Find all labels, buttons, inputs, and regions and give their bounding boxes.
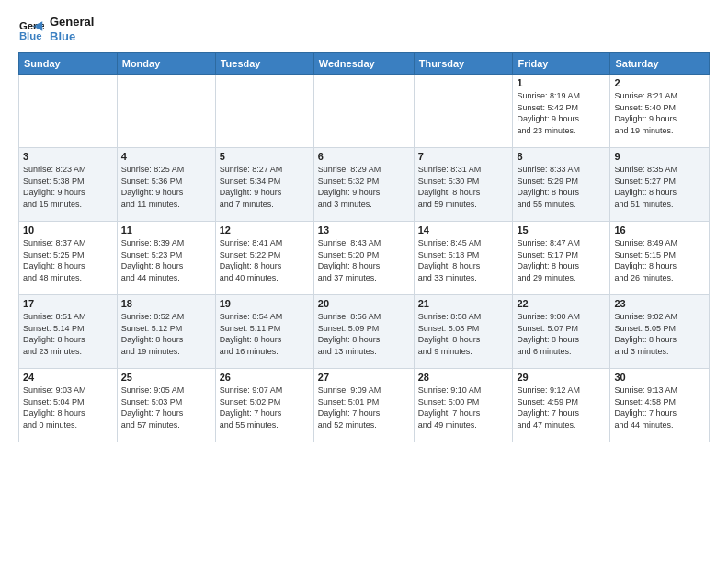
day-number: 11 [121, 224, 211, 236]
page-header: General Blue General Blue [18, 15, 710, 43]
weekday-header-friday: Friday [513, 53, 610, 75]
day-info: Sunrise: 8:56 AM Sunset: 5:09 PM Dayligh… [318, 311, 410, 357]
calendar-week-1: 1Sunrise: 8:19 AM Sunset: 5:42 PM Daylig… [19, 75, 710, 148]
logo-text-blue: Blue [50, 29, 94, 44]
weekday-header-monday: Monday [117, 53, 215, 75]
day-info: Sunrise: 8:19 AM Sunset: 5:42 PM Dayligh… [517, 90, 606, 136]
weekday-header-wednesday: Wednesday [313, 53, 414, 75]
calendar-cell: 23Sunrise: 9:02 AM Sunset: 5:05 PM Dayli… [610, 295, 710, 369]
calendar-cell: 12Sunrise: 8:41 AM Sunset: 5:22 PM Dayli… [215, 222, 313, 295]
calendar-cell: 5Sunrise: 8:27 AM Sunset: 5:34 PM Daylig… [215, 148, 313, 222]
day-number: 18 [121, 298, 211, 309]
day-info: Sunrise: 8:29 AM Sunset: 5:32 PM Dayligh… [318, 164, 410, 210]
day-number: 6 [318, 151, 410, 162]
calendar-cell: 22Sunrise: 9:00 AM Sunset: 5:07 PM Dayli… [513, 295, 610, 369]
day-number: 29 [517, 372, 606, 383]
day-info: Sunrise: 8:21 AM Sunset: 5:40 PM Dayligh… [614, 90, 705, 136]
calendar-cell: 17Sunrise: 8:51 AM Sunset: 5:14 PM Dayli… [19, 295, 118, 369]
day-info: Sunrise: 9:10 AM Sunset: 5:00 PM Dayligh… [418, 385, 509, 431]
calendar-cell: 21Sunrise: 8:58 AM Sunset: 5:08 PM Dayli… [414, 295, 513, 369]
day-info: Sunrise: 8:43 AM Sunset: 5:20 PM Dayligh… [318, 237, 410, 283]
calendar-cell: 3Sunrise: 8:23 AM Sunset: 5:38 PM Daylig… [19, 148, 118, 222]
day-number: 9 [614, 151, 705, 162]
calendar-cell: 20Sunrise: 8:56 AM Sunset: 5:09 PM Dayli… [313, 295, 414, 369]
day-number: 14 [418, 224, 509, 236]
day-info: Sunrise: 8:31 AM Sunset: 5:30 PM Dayligh… [418, 164, 509, 210]
day-number: 3 [23, 151, 113, 162]
calendar-cell: 9Sunrise: 8:35 AM Sunset: 5:27 PM Daylig… [610, 148, 710, 222]
day-number: 1 [517, 77, 606, 88]
day-info: Sunrise: 8:54 AM Sunset: 5:11 PM Dayligh… [220, 311, 310, 357]
day-info: Sunrise: 9:09 AM Sunset: 5:01 PM Dayligh… [318, 385, 410, 431]
day-number: 30 [614, 372, 705, 383]
day-number: 21 [418, 298, 509, 309]
day-number: 27 [318, 372, 410, 383]
day-info: Sunrise: 8:41 AM Sunset: 5:22 PM Dayligh… [220, 237, 310, 283]
calendar-cell [117, 75, 215, 148]
day-number: 26 [220, 372, 310, 383]
calendar-week-2: 3Sunrise: 8:23 AM Sunset: 5:38 PM Daylig… [19, 148, 710, 222]
day-info: Sunrise: 8:52 AM Sunset: 5:12 PM Dayligh… [121, 311, 211, 357]
day-info: Sunrise: 8:49 AM Sunset: 5:15 PM Dayligh… [614, 237, 705, 283]
calendar-cell: 1Sunrise: 8:19 AM Sunset: 5:42 PM Daylig… [513, 75, 610, 148]
calendar-week-4: 17Sunrise: 8:51 AM Sunset: 5:14 PM Dayli… [19, 295, 710, 369]
calendar-cell: 7Sunrise: 8:31 AM Sunset: 5:30 PM Daylig… [414, 148, 513, 222]
day-number: 28 [418, 372, 509, 383]
day-info: Sunrise: 8:35 AM Sunset: 5:27 PM Dayligh… [614, 164, 705, 210]
day-info: Sunrise: 8:45 AM Sunset: 5:18 PM Dayligh… [418, 237, 509, 283]
day-number: 25 [121, 372, 211, 383]
day-info: Sunrise: 9:13 AM Sunset: 4:58 PM Dayligh… [614, 385, 705, 431]
weekday-header-sunday: Sunday [19, 53, 118, 75]
weekday-header-saturday: Saturday [610, 53, 710, 75]
calendar-cell: 25Sunrise: 9:05 AM Sunset: 5:03 PM Dayli… [117, 369, 215, 442]
day-number: 5 [220, 151, 310, 162]
day-info: Sunrise: 9:02 AM Sunset: 5:05 PM Dayligh… [614, 311, 705, 357]
day-number: 22 [517, 298, 606, 309]
calendar-cell: 11Sunrise: 8:39 AM Sunset: 5:23 PM Dayli… [117, 222, 215, 295]
logo: General Blue General Blue [18, 15, 94, 43]
day-number: 2 [614, 77, 705, 88]
calendar-cell: 18Sunrise: 8:52 AM Sunset: 5:12 PM Dayli… [117, 295, 215, 369]
day-info: Sunrise: 8:39 AM Sunset: 5:23 PM Dayligh… [121, 237, 211, 283]
calendar-cell: 13Sunrise: 8:43 AM Sunset: 5:20 PM Dayli… [313, 222, 414, 295]
day-number: 16 [614, 224, 705, 236]
weekday-header-row: SundayMondayTuesdayWednesdayThursdayFrid… [19, 53, 710, 75]
calendar-week-3: 10Sunrise: 8:37 AM Sunset: 5:25 PM Dayli… [19, 222, 710, 295]
day-info: Sunrise: 9:05 AM Sunset: 5:03 PM Dayligh… [121, 385, 211, 431]
calendar-cell [313, 75, 414, 148]
day-number: 10 [23, 224, 113, 236]
day-info: Sunrise: 9:00 AM Sunset: 5:07 PM Dayligh… [517, 311, 606, 357]
calendar-cell: 14Sunrise: 8:45 AM Sunset: 5:18 PM Dayli… [414, 222, 513, 295]
calendar-cell [19, 75, 118, 148]
calendar-cell [215, 75, 313, 148]
day-number: 13 [318, 224, 410, 236]
day-number: 8 [517, 151, 606, 162]
calendar-week-5: 24Sunrise: 9:03 AM Sunset: 5:04 PM Dayli… [19, 369, 710, 442]
calendar-cell: 4Sunrise: 8:25 AM Sunset: 5:36 PM Daylig… [117, 148, 215, 222]
calendar-cell: 30Sunrise: 9:13 AM Sunset: 4:58 PM Dayli… [610, 369, 710, 442]
calendar-cell [414, 75, 513, 148]
day-info: Sunrise: 8:47 AM Sunset: 5:17 PM Dayligh… [517, 237, 606, 283]
logo-text-general: General [50, 15, 94, 29]
day-number: 23 [614, 298, 705, 309]
calendar-cell: 15Sunrise: 8:47 AM Sunset: 5:17 PM Dayli… [513, 222, 610, 295]
day-info: Sunrise: 8:58 AM Sunset: 5:08 PM Dayligh… [418, 311, 509, 357]
day-info: Sunrise: 8:23 AM Sunset: 5:38 PM Dayligh… [23, 164, 113, 210]
calendar-cell: 29Sunrise: 9:12 AM Sunset: 4:59 PM Dayli… [513, 369, 610, 442]
calendar-cell: 6Sunrise: 8:29 AM Sunset: 5:32 PM Daylig… [313, 148, 414, 222]
weekday-header-thursday: Thursday [414, 53, 513, 75]
day-number: 19 [220, 298, 310, 309]
day-number: 7 [418, 151, 509, 162]
day-number: 20 [318, 298, 410, 309]
calendar-table: SundayMondayTuesdayWednesdayThursdayFrid… [18, 52, 710, 442]
calendar-cell: 24Sunrise: 9:03 AM Sunset: 5:04 PM Dayli… [19, 369, 118, 442]
logo-icon: General Blue [18, 17, 44, 42]
calendar-cell: 26Sunrise: 9:07 AM Sunset: 5:02 PM Dayli… [215, 369, 313, 442]
day-number: 15 [517, 224, 606, 236]
svg-text:Blue: Blue [19, 29, 42, 40]
day-info: Sunrise: 8:51 AM Sunset: 5:14 PM Dayligh… [23, 311, 113, 357]
calendar-cell: 2Sunrise: 8:21 AM Sunset: 5:40 PM Daylig… [610, 75, 710, 148]
day-info: Sunrise: 8:25 AM Sunset: 5:36 PM Dayligh… [121, 164, 211, 210]
day-info: Sunrise: 9:03 AM Sunset: 5:04 PM Dayligh… [23, 385, 113, 431]
calendar-cell: 16Sunrise: 8:49 AM Sunset: 5:15 PM Dayli… [610, 222, 710, 295]
